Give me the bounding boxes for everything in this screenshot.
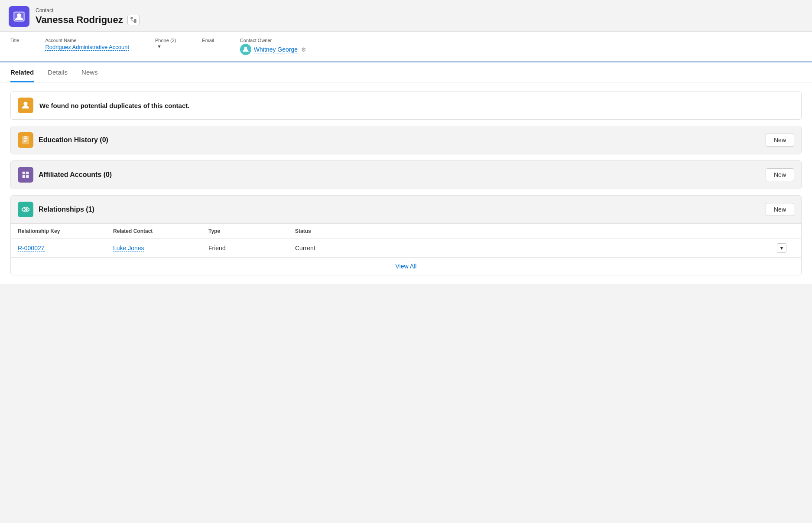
field-contact-owner: Contact Owner Whitney George ⚙ [240,38,306,55]
tab-details[interactable]: Details [48,62,68,82]
row-action-cell: ▼ [777,243,794,253]
education-new-button[interactable]: New [766,134,794,147]
affiliated-new-button[interactable]: New [766,168,794,181]
tabs-row: Related Details News [0,62,812,82]
svg-rect-3 [130,17,133,19]
svg-rect-18 [26,175,29,178]
svg-rect-15 [23,172,25,174]
field-title: Title [10,38,19,44]
fields-bar: Title Account Name Rodriguez Administrat… [0,32,812,62]
affiliated-accounts-title: Affiliated Accounts (0) [39,171,112,179]
status-dropdown: Current [295,245,777,252]
svg-line-8 [132,20,134,22]
duplicate-text: We found no potential duplicates of this… [39,102,189,109]
email-label: Email [202,38,214,43]
header-title-area: Contact Vanessa Rodriguez [36,7,140,26]
duplicate-icon [18,98,33,113]
field-account-name: Account Name Rodriguez Administrative Ac… [45,38,129,50]
relationships-title-area: Relationships (1) [18,202,94,217]
main-content: We found no potential duplicates of this… [0,82,812,284]
status-cell: Current [295,245,777,252]
svg-rect-4 [134,19,136,21]
relationships-card: Relationships (1) New Relationship Key R… [10,195,802,275]
owner-edit-icon[interactable]: ⚙ [301,46,306,53]
field-email: Email [202,38,214,44]
affiliated-accounts-header: Affiliated Accounts (0) New [11,161,801,189]
status-value: Current [295,245,315,252]
object-type-label: Contact [36,7,140,13]
tab-related[interactable]: Related [10,62,34,82]
table-row: R-000027 Luke Jones Friend Current ▼ [11,239,801,258]
duplicate-notice: We found no potential duplicates of this… [10,91,802,120]
svg-rect-13 [23,140,27,141]
field-phone: Phone (2) ▼ [155,38,176,49]
contact-owner-label: Contact Owner [240,38,306,43]
svg-rect-14 [23,141,26,142]
relationship-key-link[interactable]: R-000027 [18,245,45,252]
related-contact-cell: Luke Jones [113,245,208,252]
relationships-title: Relationships (1) [39,206,94,213]
svg-rect-12 [23,138,27,139]
relationships-header: Relationships (1) New [11,196,801,223]
education-history-header: Education History (0) New [11,126,801,154]
title-label: Title [10,38,19,43]
view-all-row: View All [11,258,801,275]
relationships-table: Relationship Key Related Contact Type St… [11,223,801,275]
owner-name-link[interactable]: Whitney George [254,46,298,53]
page-header: Contact Vanessa Rodriguez [0,0,812,32]
phone-dropdown-arrow[interactable]: ▼ [157,44,162,49]
owner-row: Whitney George ⚙ [240,44,306,55]
account-name-link[interactable]: Rodriguez Administrative Account [45,44,129,51]
col-header-relationship-key: Relationship Key [18,228,113,234]
owner-avatar [240,44,251,55]
col-header-actions [777,228,794,234]
education-history-title: Education History (0) [39,136,108,144]
tab-news[interactable]: News [81,62,98,82]
account-name-label: Account Name [45,38,129,43]
svg-point-1 [17,13,21,17]
svg-rect-5 [134,21,136,23]
svg-point-10 [23,102,27,106]
contact-name: Vanessa Rodriguez [36,14,123,26]
phone-label: Phone (2) [155,38,176,43]
affiliated-title-area: Affiliated Accounts (0) [18,167,112,183]
related-contact-link[interactable]: Luke Jones [113,245,144,252]
col-header-type: Type [208,228,295,234]
relationships-table-header: Relationship Key Related Contact Type St… [11,224,801,239]
svg-rect-17 [23,175,25,178]
relationship-key-cell: R-000027 [18,245,113,252]
relationships-icon [18,202,33,217]
education-history-card: Education History (0) New [10,126,802,154]
header-name-row: Vanessa Rodriguez [36,14,140,26]
affiliated-accounts-card: Affiliated Accounts (0) New [10,160,802,189]
svg-point-19 [22,208,25,211]
row-dropdown-button[interactable]: ▼ [777,243,786,253]
svg-rect-16 [26,172,29,174]
hierarchy-button[interactable] [127,15,140,25]
type-cell: Friend [208,245,295,252]
view-all-link[interactable]: View All [396,263,417,270]
affiliated-icon [18,167,33,183]
relationships-new-button[interactable]: New [766,203,794,216]
col-header-status: Status [295,228,777,234]
phone-row: ▼ [155,44,176,49]
col-header-related-contact: Related Contact [113,228,208,234]
education-icon [18,132,33,148]
svg-line-7 [132,20,134,20]
education-title-area: Education History (0) [18,132,108,148]
contact-object-icon [9,6,29,27]
